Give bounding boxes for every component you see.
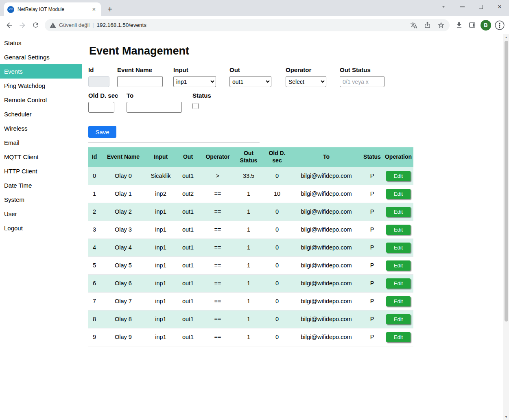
table-row: 7Olay 7inp1out1==10bilgi@wifidepo.comPEd… — [88, 292, 413, 310]
minimize-button[interactable] — [453, 0, 472, 14]
table-cell: == — [201, 310, 235, 328]
table-cell: 7 — [88, 292, 100, 310]
save-button[interactable]: Save — [88, 126, 116, 138]
profile-avatar[interactable]: B — [481, 20, 491, 31]
edit-button[interactable]: Edit — [386, 314, 411, 324]
browser-tab[interactable]: IOT NetRelay IOT Module × — [4, 2, 101, 16]
tab-close-icon[interactable]: × — [90, 6, 98, 13]
old-d-sec-input[interactable] — [88, 102, 114, 113]
edit-button[interactable]: Edit — [386, 260, 411, 271]
table-row: 4Olay 4inp1out1==10bilgi@wifidepo.comPEd… — [88, 238, 413, 256]
table-cell: Olay 0 — [100, 167, 146, 185]
table-cell: > — [201, 167, 235, 185]
table-cell: out2 — [175, 185, 201, 203]
table-cell-operation: Edit — [383, 310, 413, 328]
forward-icon[interactable] — [16, 19, 28, 31]
table-cell: 1 — [235, 310, 262, 328]
edit-button[interactable]: Edit — [386, 171, 411, 181]
side-panel-icon[interactable] — [466, 19, 478, 31]
table-cell: == — [201, 256, 235, 274]
sidebar-item-email[interactable]: Email — [0, 136, 82, 150]
table-cell-operation: Edit — [383, 221, 413, 238]
scrollbar-down-icon[interactable]: ▼ — [503, 414, 509, 420]
table-cell: bilgi@wifidepo.com — [292, 328, 361, 346]
event-name-input[interactable] — [117, 76, 163, 87]
table-cell: P — [361, 328, 383, 346]
sidebar-item-ping-watchdog[interactable]: Ping Watchdog — [0, 79, 82, 93]
table-cell: 0 — [262, 167, 292, 185]
page-scrollbar[interactable]: ▲ ▼ — [503, 34, 509, 420]
sidebar-item-date-time[interactable]: Date Time — [0, 178, 82, 192]
status-checkbox[interactable] — [192, 103, 199, 109]
table-cell: inp2 — [146, 185, 175, 203]
table-cell: 1 — [235, 221, 262, 238]
table-cell: inp1 — [146, 221, 175, 238]
table-cell: inp1 — [146, 203, 175, 221]
share-icon[interactable] — [424, 22, 431, 28]
sidebar-item-logout[interactable]: Logout — [0, 221, 82, 235]
sidebar-item-system[interactable]: System — [0, 192, 82, 207]
edit-button[interactable]: Edit — [386, 207, 411, 217]
scrollbar-thumb[interactable] — [505, 41, 508, 322]
input-label: Input — [173, 66, 229, 73]
operator-select[interactable]: Select — [286, 76, 326, 87]
table-row: 0Olay 0Sicaklikout1>33.50bilgi@wifidepo.… — [88, 167, 413, 185]
new-tab-button[interactable]: + — [104, 4, 116, 15]
out-status-input[interactable] — [340, 76, 384, 87]
table-cell: == — [201, 292, 235, 310]
reload-icon[interactable] — [29, 19, 42, 31]
edit-button[interactable]: Edit — [386, 225, 411, 235]
kebab-menu-icon[interactable] — [494, 19, 506, 31]
maximize-button[interactable] — [472, 0, 490, 14]
edit-button[interactable]: Edit — [386, 296, 411, 306]
table-cell: 0 — [262, 238, 292, 256]
table-cell: Olay 3 — [100, 221, 146, 238]
sidebar-item-wireless[interactable]: Wireless — [0, 121, 82, 136]
header-status: Status — [361, 147, 383, 167]
table-cell: out1 — [175, 256, 201, 274]
sidebar-item-genaral-settings[interactable]: Genaral Settings — [0, 50, 82, 64]
to-input[interactable] — [127, 102, 182, 113]
sidebar-item-user[interactable]: User — [0, 207, 82, 221]
header-out-status: Out Status — [235, 147, 262, 167]
download-icon[interactable] — [453, 19, 465, 31]
table-cell: P — [361, 310, 383, 328]
input-select[interactable]: inp1 — [173, 76, 216, 87]
sidebar-item-mqtt-client[interactable]: MQTT Client — [0, 150, 82, 164]
events-table-body: 0Olay 0Sicaklikout1>33.50bilgi@wifidepo.… — [88, 167, 413, 346]
edit-button[interactable]: Edit — [386, 243, 411, 253]
edit-button[interactable]: Edit — [386, 278, 411, 289]
table-cell: inp1 — [146, 328, 175, 346]
sidebar-item-events[interactable]: Events — [0, 64, 82, 79]
table-cell: 4 — [88, 238, 100, 256]
sidebar-item-remote-control[interactable]: Remote Control — [0, 93, 82, 107]
table-cell: bilgi@wifidepo.com — [292, 292, 361, 310]
back-icon[interactable] — [3, 19, 15, 31]
table-cell: P — [361, 256, 383, 274]
table-cell: 0 — [262, 256, 292, 274]
translate-icon[interactable] — [410, 22, 417, 29]
table-cell: 9 — [88, 328, 100, 346]
table-cell: 0 — [262, 310, 292, 328]
table-row: 5Olay 5inp1out1==10bilgi@wifidepo.comPEd… — [88, 256, 413, 274]
sidebar-item-scheduler[interactable]: Scheduler — [0, 107, 82, 121]
bookmark-star-icon[interactable] — [437, 22, 445, 29]
sidebar-item-http-client[interactable]: HTTP Client — [0, 164, 82, 178]
address-bar[interactable]: Güvenli değil | 192.168.1.50/events — [45, 19, 450, 31]
not-secure-warning-icon[interactable] — [50, 22, 56, 28]
edit-button[interactable]: Edit — [386, 332, 411, 342]
out-select[interactable]: out1 — [229, 76, 271, 87]
close-button[interactable]: × — [490, 0, 509, 14]
table-cell: Olay 5 — [100, 256, 146, 274]
tab-search-chevron-icon[interactable] — [434, 0, 453, 14]
sidebar-item-status[interactable]: Status — [0, 36, 82, 50]
edit-button[interactable]: Edit — [386, 189, 411, 199]
url-text: 192.168.1.50/events — [97, 22, 407, 28]
table-cell: == — [201, 238, 235, 256]
table-cell: 1 — [235, 274, 262, 292]
site-favicon-icon: IOT — [7, 6, 14, 13]
header-event-name: Event Name — [100, 147, 146, 167]
scrollbar-up-icon[interactable]: ▲ — [503, 34, 509, 40]
table-cell-operation: Edit — [383, 167, 413, 185]
table-cell: bilgi@wifidepo.com — [292, 203, 361, 221]
